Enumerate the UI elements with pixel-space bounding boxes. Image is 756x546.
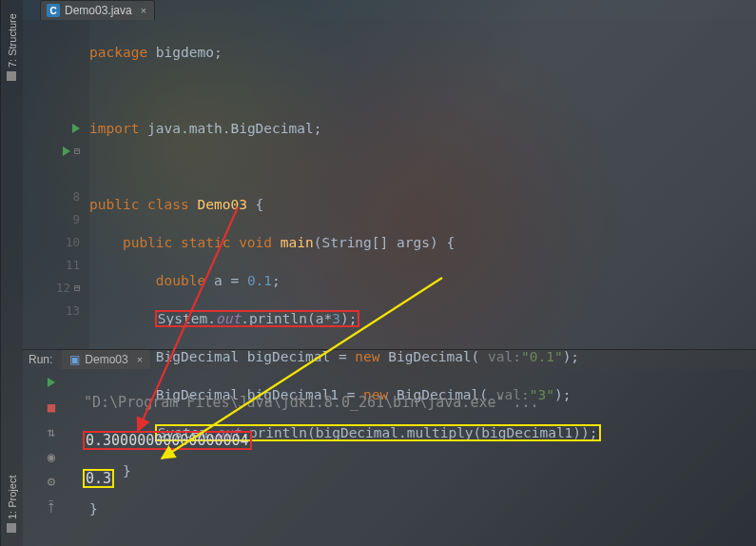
- play-icon: [48, 378, 55, 387]
- code-token: a =: [205, 273, 247, 288]
- code-token: ;: [272, 273, 281, 288]
- camera-icon[interactable]: ◉: [44, 449, 59, 464]
- code-token: main: [281, 235, 314, 250]
- code-token: new: [355, 349, 379, 364]
- editor-tabbar: C Demo03.java ×: [23, 0, 756, 20]
- stop-button[interactable]: ■: [44, 400, 59, 415]
- line-number: 9: [72, 208, 80, 231]
- code-editor[interactable]: ⊟ 8 9 10 11 12⊟ 13 package bigdemo; impo…: [23, 20, 756, 349]
- code-token: public static void: [123, 235, 281, 250]
- run-gutter-icon[interactable]: [72, 124, 80, 133]
- run-toolwindow: ■ ⇅ ◉ ⚙ ⭱ "D:\Program Files\Java\jdk1.8.…: [23, 369, 756, 546]
- line-number: 12: [56, 277, 70, 300]
- rerun-button[interactable]: [44, 375, 59, 390]
- line-gutter: ⊟ 8 9 10 11 12⊟ 13: [23, 20, 89, 349]
- code-token: bigdemo;: [147, 45, 223, 60]
- line-number: 8: [72, 185, 80, 208]
- run-config-icon: ▣: [69, 353, 80, 366]
- project-icon: [8, 523, 17, 533]
- code-token: double: [156, 273, 205, 288]
- rail-project-tab[interactable]: 1: Project: [7, 470, 18, 538]
- highlight-yellow-output: 0.3: [84, 470, 113, 487]
- close-icon[interactable]: ×: [141, 5, 146, 16]
- fold-icon[interactable]: ⊟: [74, 277, 80, 300]
- code-token: System.: [158, 311, 216, 326]
- code-token: out: [216, 311, 241, 326]
- fold-icon[interactable]: ⊟: [74, 140, 80, 163]
- code-token: package: [89, 45, 147, 60]
- line-number: 11: [66, 254, 80, 277]
- code-token: );: [340, 311, 357, 326]
- code-token: .println(a*: [241, 311, 332, 326]
- left-tool-rail: 1: Project 7: Structure: [0, 0, 23, 546]
- line-number: 10: [66, 231, 80, 254]
- code-token: (String[] args) {: [314, 235, 455, 250]
- code-token: 0.1: [247, 273, 272, 288]
- code-token: BigDecimal(: [380, 349, 489, 364]
- rail-structure-label: 7: Structure: [7, 13, 18, 68]
- settings-icon[interactable]: ⚙: [44, 474, 59, 489]
- highlight-red-code: System.out.println(a*3);: [156, 311, 359, 326]
- code-token: 3: [332, 311, 340, 326]
- output-command: "D:\Program Files\Java\jdk1.8.0_261\bin\…: [84, 392, 752, 413]
- code-area[interactable]: package bigdemo; import java.math.BigDec…: [89, 20, 756, 349]
- console-output[interactable]: "D:\Program Files\Java\jdk1.8.0_261\bin\…: [80, 369, 756, 546]
- code-token: val:: [488, 349, 521, 364]
- code-token: Demo03: [198, 197, 247, 212]
- code-token: {: [247, 197, 263, 212]
- structure-icon: [8, 71, 17, 81]
- code-token: import: [89, 121, 139, 136]
- code-token: "0.1": [521, 349, 563, 364]
- java-class-icon: C: [47, 4, 60, 17]
- rail-structure-tab[interactable]: 7: Structure: [7, 8, 18, 87]
- export-icon[interactable]: ⭱: [44, 498, 59, 514]
- toggle-button[interactable]: ⇅: [44, 424, 59, 439]
- run-gutter-icon[interactable]: [63, 146, 70, 156]
- editor-tab-demo03[interactable]: C Demo03.java ×: [40, 0, 155, 20]
- tab-filename: Demo03.java: [65, 4, 132, 17]
- highlight-red-output: 0.30000000000000004: [84, 432, 251, 449]
- run-label: Run:: [29, 353, 52, 366]
- code-token: BigDecimal bigDecimal =: [156, 349, 356, 364]
- code-token: );: [563, 349, 579, 364]
- code-token: public class: [89, 197, 198, 212]
- run-toolbar: ■ ⇅ ◉ ⚙ ⭱: [23, 369, 80, 546]
- rail-project-label: 1: Project: [7, 476, 18, 519]
- line-number: 13: [66, 300, 80, 322]
- code-token: java.math.BigDecimal;: [139, 121, 321, 136]
